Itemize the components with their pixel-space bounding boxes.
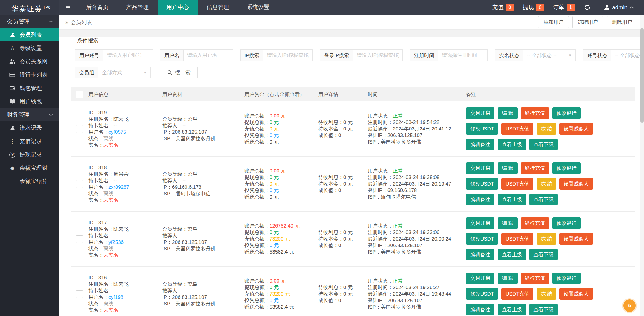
floating-action-button[interactable]: » (623, 299, 636, 312)
recharge-amount[interactable]: 73200 元 (270, 236, 290, 242)
freeze-button[interactable]: 冻 结 (537, 178, 557, 190)
withdraw-amount[interactable]: 0 元 (270, 230, 279, 235)
username-link[interactable]: cyf0575 (108, 129, 126, 135)
edit-bank-button[interactable]: 修改银行 (552, 162, 581, 174)
gift-amount[interactable]: 0 元 (270, 194, 279, 200)
freeze-button[interactable]: 冻 结 (537, 123, 557, 135)
withdraw-menu-item[interactable]: 提现0 (523, 4, 544, 11)
nav-item-user-center[interactable]: 用户中心 (158, 0, 198, 15)
bank-recharge-button[interactable]: 银行充值 (521, 217, 549, 229)
edit-button[interactable]: 编 辑 (498, 217, 518, 229)
username-link[interactable]: yf2536 (108, 239, 124, 245)
sidebar-item-bank-card-list[interactable]: 银行卡列表 (0, 68, 59, 81)
edit-usdt-button[interactable]: 修改USDT (466, 233, 498, 245)
usdt-recharge-button[interactable]: USDT充值 (501, 178, 533, 190)
freeze-button[interactable]: 冻 结 (537, 288, 557, 300)
edit-button[interactable]: 编 辑 (498, 162, 518, 174)
username-link[interactable]: zxr89287 (108, 184, 129, 190)
edit-bank-button[interactable]: 修改银行 (552, 107, 581, 119)
account-input[interactable] (103, 49, 153, 61)
user-menu[interactable]: admin (604, 4, 634, 11)
balance-amount[interactable]: 126782.40 元 (270, 223, 300, 229)
add-user-button[interactable]: 添加用户 (538, 16, 569, 28)
view-upline-button[interactable]: 查看上级 (498, 139, 526, 150)
reg-time-input[interactable] (438, 49, 488, 61)
sidebar-group-finance[interactable]: 财务管理 (0, 108, 59, 121)
edit-note-button[interactable]: 编辑备注 (466, 194, 494, 205)
invest-amount[interactable]: 0 元 (270, 298, 279, 303)
view-downline-button[interactable]: 查看下级 (529, 249, 558, 260)
view-upline-button[interactable]: 查看上级 (498, 194, 526, 205)
edit-button[interactable]: 编 辑 (498, 107, 518, 119)
sidebar-item-recharge-records[interactable]: ⋮充值记录 (0, 135, 59, 148)
order-menu-item[interactable]: 订单1 (553, 4, 575, 11)
withdraw-amount[interactable]: 0 元 (270, 285, 279, 290)
edit-usdt-button[interactable]: 修改USDT (466, 123, 498, 135)
trade-toggle-button[interactable]: 交易开启 (466, 107, 494, 119)
usdt-recharge-button[interactable]: USDT充值 (501, 123, 533, 135)
view-downline-button[interactable]: 查看下级 (529, 304, 558, 315)
gift-amount[interactable]: 53582.4 元 (270, 249, 294, 255)
withdraw-amount[interactable]: 0 元 (270, 120, 279, 125)
ip-input[interactable] (263, 49, 313, 61)
usdt-recharge-button[interactable]: USDT充值 (501, 288, 533, 300)
member-group-select[interactable]: 全部方式▼ (98, 67, 151, 78)
nav-item-info[interactable]: 信息管理 (198, 0, 238, 15)
withdraw-amount[interactable]: 0 元 (270, 175, 279, 180)
invest-amount[interactable]: 0 元 (270, 133, 279, 138)
username-input[interactable] (183, 49, 233, 61)
view-downline-button[interactable]: 查看下级 (529, 194, 558, 205)
delete-user-button[interactable]: 删除用户 (607, 16, 637, 28)
edit-usdt-button[interactable]: 修改USDT (466, 288, 498, 300)
row-checkbox[interactable] (76, 180, 83, 188)
sidebar-group-members[interactable]: 会员管理 (0, 15, 59, 28)
set-fake-button[interactable]: 设置成假人 (559, 233, 593, 245)
edit-note-button[interactable]: 编辑备注 (466, 139, 494, 150)
scrollbar-thumb[interactable] (640, 28, 644, 123)
recharge-amount[interactable]: 0 元 (270, 181, 279, 187)
sidebar-item-withdraw-records[interactable]: ¥提现记录 (0, 148, 59, 161)
sidebar-item-user-wallet[interactable]: 用户钱包 (0, 95, 59, 108)
invest-amount[interactable]: 0 元 (270, 188, 279, 193)
username-link[interactable]: cyf198 (108, 294, 123, 300)
row-checkbox[interactable] (76, 235, 83, 243)
recharge-menu-item[interactable]: 充值0 (492, 4, 514, 11)
refresh-icon[interactable] (584, 4, 591, 11)
recharge-amount[interactable]: 73200 元 (270, 291, 290, 297)
sidebar-item-yuebao-settle[interactable]: ≡余额宝结算 (0, 175, 59, 188)
bank-recharge-button[interactable]: 银行充值 (521, 107, 549, 119)
nav-item-home[interactable]: 后台首页 (77, 0, 117, 15)
menu-toggle-icon[interactable]: ≡ (59, 0, 77, 15)
sidebar-item-level-settings[interactable]: ☆等级设置 (0, 41, 59, 55)
recharge-amount[interactable]: 0 元 (270, 126, 279, 132)
gift-amount[interactable]: 53582.4 元 (270, 304, 294, 310)
view-upline-button[interactable]: 查看上级 (498, 249, 526, 260)
set-fake-button[interactable]: 设置成假人 (559, 123, 593, 135)
edit-note-button[interactable]: 编辑备注 (466, 249, 494, 260)
trade-toggle-button[interactable]: 交易开启 (466, 217, 494, 229)
set-fake-button[interactable]: 设置成假人 (559, 288, 593, 300)
bank-recharge-button[interactable]: 银行充值 (521, 162, 549, 174)
search-button[interactable]: 搜 索 (162, 67, 198, 78)
sidebar-item-flow-records[interactable]: 流水记录 (0, 121, 59, 135)
row-checkbox[interactable] (76, 290, 83, 298)
row-checkbox[interactable] (76, 125, 83, 133)
edit-bank-button[interactable]: 修改银行 (552, 217, 581, 229)
view-downline-button[interactable]: 查看下级 (529, 139, 558, 150)
login-ip-input[interactable] (353, 49, 403, 61)
trade-toggle-button[interactable]: 交易开启 (466, 273, 494, 284)
sidebar-item-member-network[interactable]: 会员关系网 (0, 55, 59, 68)
freeze-button[interactable]: 冻 结 (537, 233, 557, 245)
edit-button[interactable]: 编 辑 (498, 273, 518, 284)
sidebar-item-member-list[interactable]: 会员列表 (0, 28, 59, 41)
sidebar-item-wallet-management[interactable]: 钱包管理 (0, 81, 59, 95)
balance-amount[interactable]: 0.00 元 (270, 113, 286, 119)
account-status-select[interactable]: -- 全部状态 --▼ (611, 49, 644, 61)
freeze-user-button[interactable]: 冻结用户 (572, 16, 603, 28)
nav-item-products[interactable]: 产品管理 (117, 0, 158, 15)
edit-bank-button[interactable]: 修改银行 (552, 273, 581, 284)
realname-status-select[interactable]: -- 全部状态 --▼ (523, 49, 576, 61)
bank-recharge-button[interactable]: 银行充值 (521, 273, 549, 284)
trade-toggle-button[interactable]: 交易开启 (466, 162, 494, 174)
view-upline-button[interactable]: 查看上级 (498, 304, 526, 315)
